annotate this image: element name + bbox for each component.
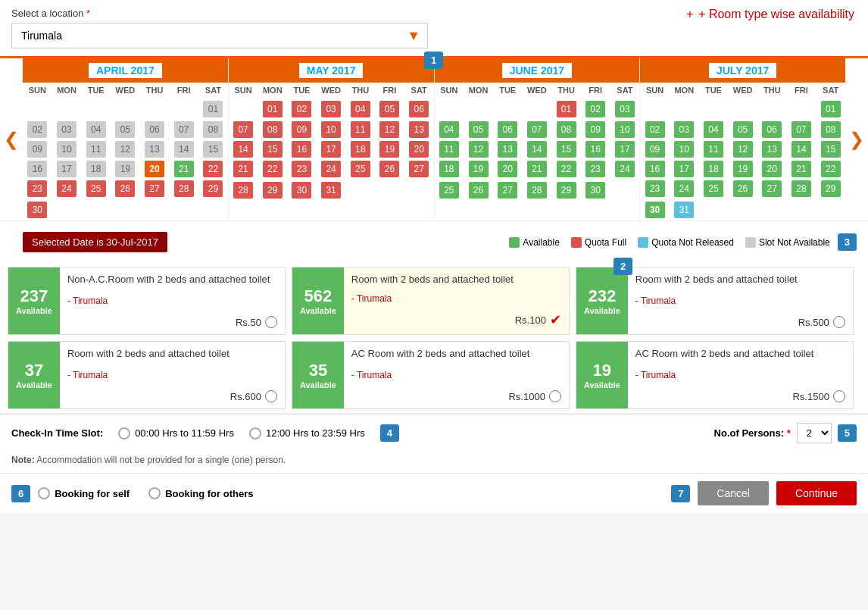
day-cell[interactable]: 24 [670, 179, 699, 199]
day-cell[interactable]: 18 [699, 159, 729, 179]
day-cell[interactable]: 14 [229, 139, 258, 159]
booking-self-option[interactable]: Booking for self [38, 487, 130, 499]
day-cell[interactable]: 17 [52, 159, 82, 179]
day-cell[interactable]: 31 [317, 179, 346, 201]
day-cell[interactable]: 23 [581, 159, 610, 179]
day-cell[interactable]: 20 [140, 159, 170, 179]
room-card[interactable]: 19 Available AC Room with 2 beds and att… [576, 341, 854, 409]
day-cell[interactable]: 30 [287, 179, 317, 201]
day-cell[interactable]: 09 [640, 139, 670, 159]
day-cell[interactable]: 13 [404, 120, 434, 139]
day-cell[interactable]: 11 [345, 120, 375, 139]
day-cell[interactable]: 29 [551, 179, 581, 201]
day-cell[interactable]: 27 [757, 179, 787, 199]
day-cell[interactable]: 10 [317, 120, 346, 139]
day-cell[interactable]: 03 [610, 98, 640, 120]
day-cell[interactable]: 27 [140, 179, 170, 199]
day-cell[interactable]: 10 [610, 120, 640, 139]
day-cell[interactable]: 19 [728, 159, 757, 179]
day-cell[interactable]: 19 [111, 159, 140, 179]
day-cell[interactable]: 06 [493, 120, 523, 139]
day-cell[interactable]: 02 [640, 120, 670, 139]
room-radio[interactable] [833, 390, 845, 402]
room-card[interactable]: 562 Available Room with 2 beds and attac… [292, 267, 570, 335]
day-cell[interactable]: 05 [111, 120, 140, 139]
day-cell[interactable]: 01 [198, 98, 228, 120]
day-cell[interactable]: 18 [81, 159, 111, 179]
day-cell[interactable]: 12 [728, 139, 757, 159]
day-cell[interactable]: 15 [258, 139, 287, 159]
day-cell[interactable]: 22 [816, 159, 845, 179]
day-cell[interactable]: 26 [464, 179, 493, 201]
day-cell[interactable]: 01 [258, 98, 287, 120]
day-cell[interactable]: 19 [375, 139, 404, 159]
room-radio[interactable] [549, 390, 561, 402]
day-cell[interactable]: 11 [81, 139, 111, 159]
checkin-slot1-option[interactable]: 00:00 Hrs to 11:59 Hrs [118, 427, 234, 440]
day-cell[interactable]: 02 [581, 98, 610, 120]
day-cell[interactable]: 26 [375, 159, 404, 179]
day-cell[interactable]: 27 [404, 159, 434, 179]
day-cell[interactable]: 27 [493, 179, 523, 201]
day-cell[interactable]: 10 [670, 139, 699, 159]
day-cell[interactable]: 15 [198, 139, 228, 159]
day-cell[interactable]: 28 [229, 179, 258, 201]
day-cell[interactable]: 11 [435, 139, 464, 159]
day-cell[interactable]: 16 [581, 139, 610, 159]
day-cell[interactable]: 05 [375, 98, 404, 120]
day-cell[interactable]: 10 [52, 139, 82, 159]
room-radio[interactable] [265, 390, 277, 402]
day-cell[interactable]: 04 [699, 120, 729, 139]
day-cell[interactable]: 12 [375, 120, 404, 139]
day-cell[interactable]: 30 [640, 199, 670, 221]
continue-button[interactable]: Continue [776, 481, 857, 505]
day-cell[interactable]: 30 [23, 199, 52, 221]
day-cell[interactable]: 20 [757, 159, 787, 179]
booking-self-radio[interactable] [38, 487, 50, 499]
day-cell[interactable]: 14 [523, 139, 552, 159]
day-cell[interactable]: 17 [610, 139, 640, 159]
day-cell[interactable]: 08 [258, 120, 287, 139]
day-cell[interactable]: 19 [464, 159, 493, 179]
day-cell[interactable]: 07 [169, 120, 198, 139]
day-cell[interactable]: 25 [699, 179, 729, 199]
day-cell[interactable]: 20 [404, 139, 434, 159]
location-select[interactable]: Tirumala [11, 23, 428, 48]
persons-select[interactable]: 2 1 3 4 [797, 423, 832, 443]
day-cell[interactable]: 06 [140, 120, 170, 139]
day-cell[interactable]: 17 [670, 159, 699, 179]
day-cell[interactable]: 08 [198, 120, 228, 139]
day-cell[interactable]: 13 [757, 139, 787, 159]
day-cell[interactable]: 16 [23, 159, 52, 179]
day-cell[interactable]: 28 [523, 179, 552, 201]
day-cell[interactable]: 08 [816, 120, 845, 139]
day-cell[interactable]: 22 [551, 159, 581, 179]
booking-others-option[interactable]: Booking for others [148, 487, 253, 499]
prev-month-button[interactable]: ❮ [0, 129, 23, 150]
day-cell[interactable]: 12 [464, 139, 493, 159]
day-cell[interactable]: 14 [169, 139, 198, 159]
day-cell[interactable]: 29 [198, 179, 228, 199]
day-cell[interactable]: 04 [345, 98, 375, 120]
day-cell[interactable]: 11 [699, 139, 729, 159]
day-cell[interactable]: 21 [523, 159, 552, 179]
day-cell[interactable]: 15 [551, 139, 581, 159]
day-cell[interactable]: 24 [317, 159, 346, 179]
room-card[interactable]: 35 Available AC Room with 2 beds and att… [292, 341, 570, 409]
booking-others-radio[interactable] [148, 487, 161, 499]
day-cell[interactable]: 08 [551, 120, 581, 139]
day-cell[interactable]: 07 [229, 120, 258, 139]
day-cell[interactable]: 07 [523, 120, 552, 139]
day-cell[interactable]: 09 [581, 120, 610, 139]
day-cell[interactable]: 24 [52, 179, 82, 199]
day-cell[interactable]: 07 [787, 120, 816, 139]
day-cell[interactable]: 25 [81, 179, 111, 199]
day-cell[interactable]: 29 [816, 179, 845, 199]
day-cell[interactable]: 05 [728, 120, 757, 139]
day-cell[interactable]: 28 [169, 179, 198, 199]
day-cell[interactable]: 18 [345, 139, 375, 159]
checkin-slot1-radio[interactable] [118, 427, 130, 440]
day-cell[interactable]: 05 [464, 120, 493, 139]
day-cell[interactable]: 30 [581, 179, 610, 201]
day-cell[interactable]: 21 [169, 159, 198, 179]
